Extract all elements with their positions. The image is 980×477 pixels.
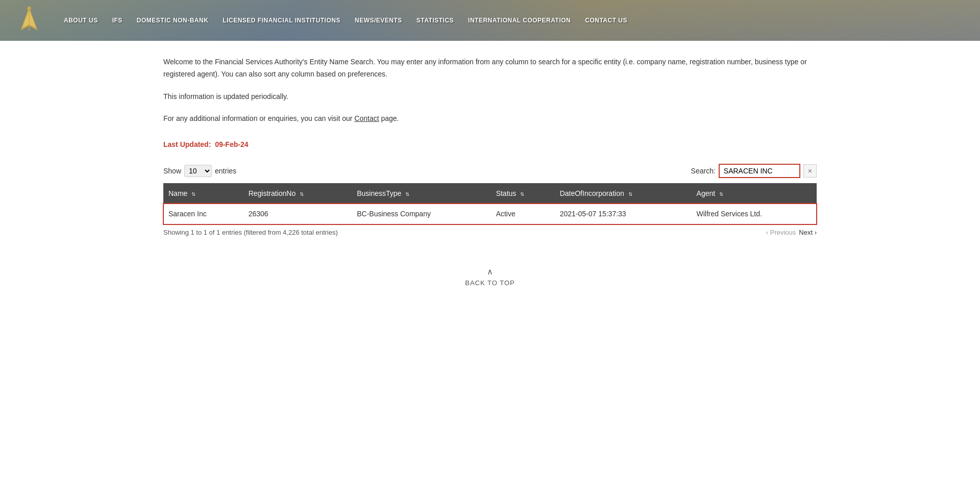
search-label: Search: xyxy=(691,167,716,175)
logo-icon xyxy=(15,5,43,35)
site-logo[interactable] xyxy=(15,5,43,37)
nav-news-events[interactable]: NEWS/EVENTS xyxy=(355,17,402,24)
cell-reg-no: 26306 xyxy=(243,204,352,224)
entries-select[interactable]: 10 25 50 100 xyxy=(184,165,212,177)
col-agent[interactable]: Agent ⇅ xyxy=(692,183,817,204)
back-to-top-section: ∧ BACK TO TOP xyxy=(163,267,817,302)
nav-intl-coop[interactable]: INTERNATIONAL COOPERATION xyxy=(468,17,571,24)
intro-paragraph-1: Welcome to the Financial Services Author… xyxy=(163,56,817,81)
pagination-previous[interactable]: Previous xyxy=(766,229,796,236)
col-reg-no[interactable]: RegistrationNo ⇅ xyxy=(243,183,352,204)
back-to-top-arrow: ∧ xyxy=(163,267,817,277)
cell-name: Saracen Inc xyxy=(163,204,243,224)
nav-domestic-non-bank[interactable]: DOMESTIC NON-BANK xyxy=(137,17,209,24)
last-updated-date: 09-Feb-24 xyxy=(215,140,248,148)
sort-icon-status: ⇅ xyxy=(520,191,524,197)
search-clear-button[interactable]: × xyxy=(803,164,817,178)
entries-label: entries xyxy=(215,167,236,175)
intro-p3-post: page. xyxy=(379,114,399,122)
svg-point-2 xyxy=(27,6,31,10)
search-input[interactable] xyxy=(719,164,800,178)
col-status[interactable]: Status ⇅ xyxy=(491,183,555,204)
table-header-row: Name ⇅ RegistrationNo ⇅ BusinessType ⇅ S… xyxy=(163,183,817,204)
back-to-top-link[interactable]: BACK TO TOP xyxy=(465,279,514,287)
table-header: Name ⇅ RegistrationNo ⇅ BusinessType ⇅ S… xyxy=(163,183,817,204)
show-entries-control: Show 10 25 50 100 entries xyxy=(163,165,236,177)
col-business-type[interactable]: BusinessType ⇅ xyxy=(352,183,491,204)
last-updated: Last Updated: 09-Feb-24 xyxy=(163,140,817,148)
nav-contact-us[interactable]: CONTACT US xyxy=(585,17,627,24)
last-updated-label: Last Updated: xyxy=(163,140,211,148)
nav-statistics[interactable]: STATISTICS xyxy=(416,17,454,24)
sort-icon-regno: ⇅ xyxy=(300,191,304,197)
intro-paragraph-3: For any additional information or enquir… xyxy=(163,113,817,125)
sort-icon-name: ⇅ xyxy=(191,191,195,197)
show-label: Show xyxy=(163,167,181,175)
nav-ifs[interactable]: IFS xyxy=(112,17,122,24)
nav-licensed-fi[interactable]: LICENSED FINANCIAL INSTITUTIONS xyxy=(223,17,340,24)
pagination-controls: Previous Next xyxy=(766,229,817,236)
intro-paragraph-2: This information is updated periodically… xyxy=(163,91,817,103)
cell-doi: 2021-05-07 15:37:33 xyxy=(555,204,692,224)
main-nav: ABOUT US IFS DOMESTIC NON-BANK LICENSED … xyxy=(64,17,627,24)
table-controls: Show 10 25 50 100 entries Search: × xyxy=(163,164,817,178)
table-body: Saracen Inc 26306 BC-Business Company Ac… xyxy=(163,204,817,224)
col-name[interactable]: Name ⇅ xyxy=(163,183,243,204)
table-row: Saracen Inc 26306 BC-Business Company Ac… xyxy=(163,204,817,224)
table-footer: Showing 1 to 1 of 1 entries (filtered fr… xyxy=(163,229,817,236)
sort-icon-businesstype: ⇅ xyxy=(405,191,409,197)
sort-icon-agent: ⇅ xyxy=(719,191,723,197)
sort-icon-doi: ⇅ xyxy=(628,191,632,197)
intro-p3-pre: For any additional information or enquir… xyxy=(163,114,354,122)
search-box: Search: × xyxy=(691,164,817,178)
contact-link[interactable]: Contact xyxy=(354,114,379,122)
site-header: ABOUT US IFS DOMESTIC NON-BANK LICENSED … xyxy=(0,0,980,41)
pagination-next[interactable]: Next xyxy=(799,229,817,236)
cell-agent: Wilfred Services Ltd. xyxy=(692,204,817,224)
main-content: Welcome to the Financial Services Author… xyxy=(153,41,827,333)
entity-table: Name ⇅ RegistrationNo ⇅ BusinessType ⇅ S… xyxy=(163,183,817,224)
nav-about-us[interactable]: ABOUT US xyxy=(64,17,98,24)
cell-business-type: BC-Business Company xyxy=(352,204,491,224)
cell-status: Active xyxy=(491,204,555,224)
col-doi[interactable]: DateOfIncorporation ⇅ xyxy=(555,183,692,204)
pagination-info: Showing 1 to 1 of 1 entries (filtered fr… xyxy=(163,229,338,236)
